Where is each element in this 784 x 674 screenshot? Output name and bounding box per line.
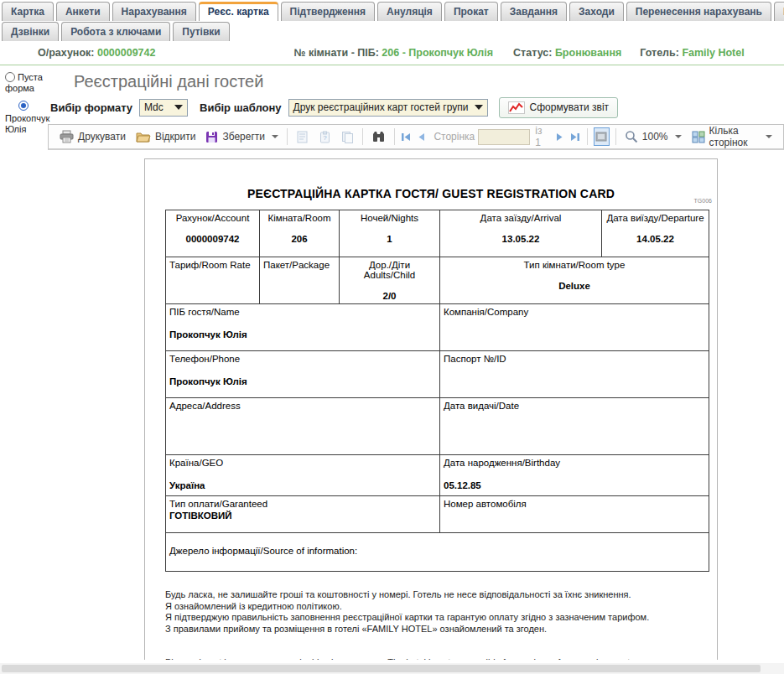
print-label: Друкувати — [78, 131, 126, 143]
magnifier-icon — [625, 130, 638, 143]
hotel: Готель: Family Hotel — [640, 47, 744, 59]
radio-checked-icon[interactable] — [18, 101, 29, 111]
format-selected-value: Mdc — [144, 101, 164, 113]
tab-putivky[interactable]: Путівки — [173, 22, 229, 41]
template-selected-value: Друк реєстраційних карт гостей групи — [293, 101, 469, 113]
svg-text:?: ? — [323, 134, 327, 142]
cell-value: Deluxe — [444, 281, 705, 291]
format-label: Вибір формату — [50, 101, 132, 114]
cell-label: Дата виїзду/Departure — [605, 213, 705, 223]
cell-value: 206 — [263, 234, 335, 244]
cell-value: ГОТІВКОВИЙ — [169, 511, 436, 521]
tab-dzvinky[interactable]: Дзвінки — [2, 22, 59, 41]
last-page-button[interactable] — [567, 132, 584, 142]
generate-report-label: Сформувати звіт — [530, 101, 610, 113]
cell-label: Паспорт №/ID — [444, 354, 705, 364]
table-row: Джерело інформації/Source of information… — [166, 533, 709, 572]
report-preview-area[interactable]: РЕЄСТРАЦІЙНА КАРТКА ГОСТЯ/ GUEST REGISTR… — [48, 150, 784, 660]
folder-open-icon — [136, 131, 151, 143]
registration-card-page: РЕЄСТРАЦІЙНА КАРТКА ГОСТЯ/ GUEST REGISTR… — [144, 158, 718, 660]
tab-zakhody[interactable]: Заходи — [569, 2, 624, 21]
generate-report-button[interactable]: Сформувати звіт — [499, 97, 619, 118]
zoom-control[interactable]: 100% — [620, 127, 687, 147]
status-label: Статус: — [513, 47, 552, 59]
empty-form-radio[interactable]: Пуста форма — [5, 72, 46, 94]
save-button[interactable]: Зберегти — [200, 127, 283, 147]
tab-robota-z-klyuchamy[interactable]: Робота з ключами — [61, 22, 170, 41]
table-row: ПІБ гостя/NameПрокопчук Юлія Компанія/Co… — [166, 304, 709, 351]
tab-perenesennya[interactable]: Перенесення нарахувань — [626, 2, 771, 21]
table-row: Країна/GEOУкраїна Дата народження/Birthd… — [166, 455, 709, 496]
whole-page-view-button[interactable] — [594, 127, 610, 146]
tab-narakhuvannya[interactable]: Нарахування — [112, 2, 196, 21]
table-row: Тариф/Room Rate Пакет/Package Дор./Діти … — [166, 257, 709, 304]
tab-pidtverdzhennya[interactable]: Підтвердження — [281, 2, 376, 21]
tab-zavdannya[interactable]: Завдання — [501, 2, 567, 21]
toolbar-separator — [287, 128, 288, 145]
cell-label: Тип кімнати/Room type — [444, 260, 705, 270]
guest-radio[interactable]: Прокопчук Юлія — [5, 101, 46, 135]
toolbar-separator — [362, 128, 363, 145]
horizontal-scrollbar[interactable] — [0, 663, 784, 674]
cell-label: Країна/GEO — [169, 458, 436, 468]
tab-anulyatsiya[interactable]: Ануляція — [377, 2, 442, 21]
cell-value: 05.12.85 — [444, 480, 705, 490]
tab-kartka[interactable]: Картка — [2, 2, 54, 21]
page-number-input[interactable] — [478, 129, 530, 145]
first-page-button[interactable] — [397, 132, 414, 142]
report-viewer-toolbar: Друкувати Відкрити Зберегти — [48, 124, 784, 150]
caret-down-icon — [272, 135, 278, 138]
format-select[interactable]: Mdc — [139, 99, 188, 117]
open-button[interactable]: Відкрити — [131, 127, 201, 147]
binoculars-icon — [371, 131, 386, 143]
table-row: Адреса/Address Дата видачі/Date — [166, 398, 709, 455]
radio-unchecked-icon[interactable] — [5, 72, 15, 82]
printer-icon — [60, 130, 74, 143]
cell-label: Тип оплати/Garanteed — [169, 499, 436, 509]
cell-label: Дата заїзду/Arrival — [444, 213, 598, 223]
cell-value: 0000009742 — [169, 234, 256, 244]
cell-value: Прокопчук Юлія — [169, 329, 436, 340]
account-label: О/рахунок: — [38, 47, 94, 59]
toolbar-separator — [394, 128, 395, 145]
previous-page-button[interactable] — [414, 132, 428, 142]
clipboard-question-icon: ? — [319, 131, 331, 143]
tab-reyes-kartka[interactable]: Реєс. картка — [199, 2, 278, 21]
hotel-value: Family Hotel — [682, 47, 744, 59]
tab-balansovyi[interactable]: Балансовий рахунок — [774, 2, 784, 21]
multiple-pages-button[interactable]: Кілька сторінок — [687, 127, 778, 147]
account-value: 0000009742 — [97, 47, 156, 59]
registration-card-table: Рахунок/Account0000009742 Кімната/Room20… — [165, 210, 709, 572]
toolbar-separator — [615, 128, 616, 145]
hotel-label: Готель: — [640, 47, 679, 59]
next-page-button[interactable] — [553, 132, 567, 142]
template-select[interactable]: Друк реєстраційних карт гостей групи — [288, 99, 488, 117]
cell-label: Дата народження/Birthday — [444, 458, 705, 468]
note-line: Я підтверджую правильність заповнення ре… — [165, 612, 717, 624]
account-info-bar: О/рахунок: 0000009742 № кімнати - ПІБ: 2… — [0, 41, 784, 65]
text-select-tool-button-disabled[interactable] — [291, 127, 314, 147]
cell-label: Телефон/Phone — [169, 354, 436, 364]
cell-label: ПІБ гостя/Name — [169, 307, 436, 317]
page-count-label: із 1 — [535, 125, 547, 148]
clipboard-help-button-disabled[interactable]: ? — [314, 127, 336, 147]
cell-label: Рахунок/Account — [169, 213, 256, 223]
document-title: РЕЄСТРАЦІЙНА КАРТКА ГОСТЯ/ GUEST REGISTR… — [145, 187, 717, 200]
cell-label: Номер автомобіля — [444, 499, 705, 509]
status: Статус: Бронювання — [513, 47, 621, 59]
notes-ukrainian: Будь ласка, не залишайте гроші та коштов… — [165, 589, 717, 635]
tab-ankety[interactable]: Анкети — [56, 2, 110, 21]
page-text-icon — [296, 131, 309, 143]
cell-value: Україна — [169, 480, 436, 490]
cell-label: Дата видачі/Date — [444, 401, 705, 411]
print-button[interactable]: Друкувати — [55, 127, 131, 147]
chevron-down-icon — [174, 105, 183, 110]
tab-bar: Картка Анкети Нарахування Реєс. картка П… — [0, 0, 784, 41]
scrollbar-thumb[interactable] — [2, 665, 761, 672]
search-button[interactable] — [366, 127, 391, 147]
notes-english: Please do not leave money or valuables i… — [165, 657, 717, 660]
note-line: Please do not leave money or valuables i… — [165, 657, 717, 660]
copy-page-button-disabled[interactable] — [336, 127, 359, 147]
cell-label: Кімната/Room — [263, 213, 335, 223]
tab-prokat[interactable]: Прокат — [444, 2, 498, 21]
